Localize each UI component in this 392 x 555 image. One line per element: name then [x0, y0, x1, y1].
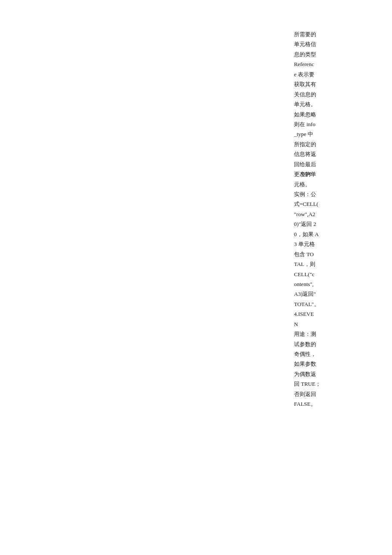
line-38: FALSE。	[294, 399, 371, 408]
line-26: ontents",	[294, 280, 371, 289]
line-7: 关信息的	[294, 90, 371, 99]
line-3: 息的类型	[294, 50, 371, 59]
line-33: 奇偶性，	[294, 350, 371, 358]
line-16: 元格。	[294, 180, 371, 189]
line-6: 获取其有	[294, 80, 371, 89]
type-label: type	[301, 168, 335, 179]
line-10: 则在 info	[294, 120, 371, 129]
line-37: 否则返回	[294, 390, 371, 399]
line-23: 包含 TO	[294, 250, 371, 259]
line-27: A3)返回"	[294, 289, 371, 298]
line-35: 为偶数返	[294, 370, 371, 379]
line-29: 4.ISEVE	[294, 309, 371, 318]
line-8: 单元格。	[294, 100, 371, 109]
line-2: 单元格信	[294, 40, 371, 49]
line-34: 如果参数	[294, 359, 371, 368]
line-32: 试参数的	[294, 340, 371, 349]
line-31: 用途：测	[294, 330, 371, 338]
line-24: TAL，则	[294, 260, 371, 269]
line-21: 0，如果 A	[294, 230, 371, 239]
main-content-area: 所需要的 单元格信 息的类型 Referenc e 表示要 获取其有 关信息的 …	[290, 26, 375, 414]
line-1: 所需要的	[294, 30, 371, 39]
line-12: 所指定的	[294, 140, 371, 149]
line-18: 式=CELL(	[294, 199, 371, 208]
line-9: 如果忽略	[294, 110, 371, 119]
line-36: 回 TRUE；	[294, 379, 371, 388]
line-20: 0)"返回 2	[294, 220, 371, 228]
line-19: "row",A2	[294, 210, 371, 219]
line-13: 信息将返	[294, 150, 371, 159]
cell-info-text: 所需要的 单元格信 息的类型 Referenc e 表示要 获取其有 关信息的 …	[294, 30, 371, 409]
line-22: 3 单元格	[294, 240, 371, 249]
line-28: TOTAL"。	[294, 300, 371, 309]
line-4: Referenc	[294, 60, 371, 69]
type-text: type	[301, 169, 311, 178]
line-11: _type 中	[294, 130, 371, 139]
line-5: e 表示要	[294, 70, 371, 79]
line-17: 实例：公	[294, 190, 371, 199]
line-30: N	[294, 320, 371, 329]
line-25: CELL("c	[294, 270, 371, 279]
